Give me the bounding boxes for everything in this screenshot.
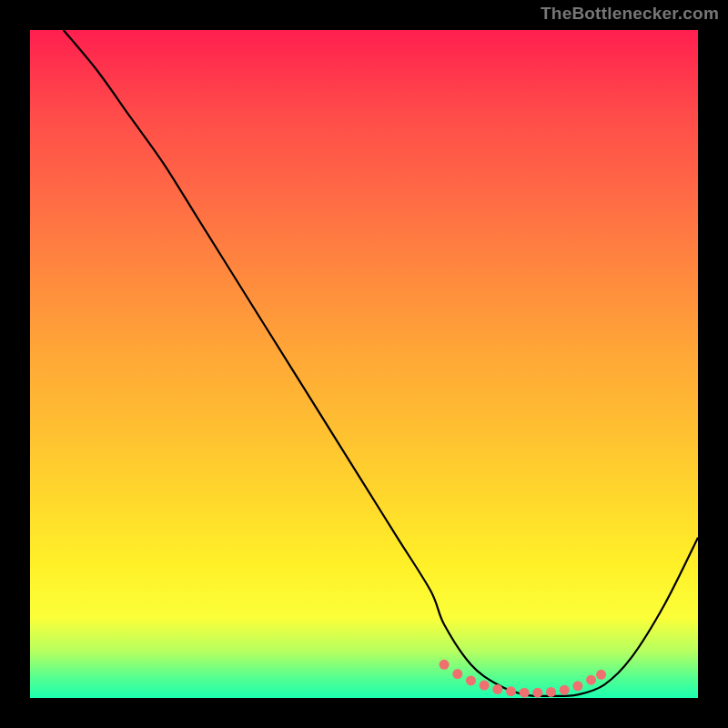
optimal-dot (466, 675, 476, 685)
optimal-dot (492, 684, 502, 694)
optimal-dot (546, 687, 556, 697)
optimal-dot (480, 681, 490, 691)
optimal-dot (520, 688, 530, 698)
attribution-text: TheBottlenecker.com (541, 4, 719, 24)
optimal-dot (560, 685, 570, 695)
optimal-dot (586, 675, 596, 685)
chart-svg (30, 30, 698, 698)
optimal-dot (596, 670, 606, 680)
optimal-range-dots (440, 660, 606, 698)
optimal-dot (452, 669, 462, 679)
optimal-dot (532, 688, 542, 698)
bottleneck-curve (64, 30, 698, 696)
chart-plot-area (30, 30, 698, 698)
optimal-dot (572, 681, 582, 691)
optimal-dot (440, 660, 450, 670)
optimal-dot (506, 686, 516, 696)
